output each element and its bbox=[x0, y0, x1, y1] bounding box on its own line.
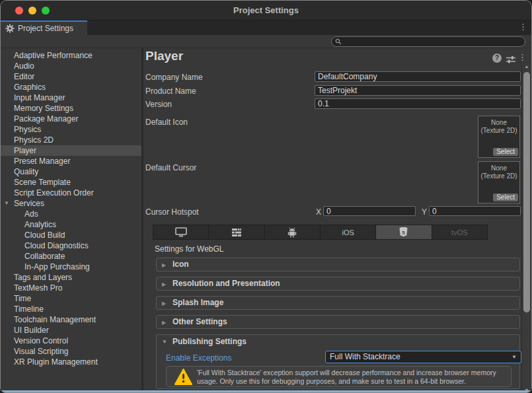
sidebar-item-memory-settings[interactable]: Memory Settings bbox=[1, 103, 141, 114]
sidebar-item-toolchain-management[interactable]: Toolchain Management bbox=[1, 314, 141, 325]
sidebar-item-visual-scripting[interactable]: Visual Scripting bbox=[1, 346, 141, 357]
enable-exceptions-label: Enable Exceptions bbox=[166, 353, 231, 363]
sidebar-item-time[interactable]: Time bbox=[1, 293, 141, 304]
sidebar-item-analytics[interactable]: Analytics bbox=[1, 219, 141, 230]
server-icon bbox=[231, 228, 242, 237]
tab-label: Project Settings bbox=[18, 24, 73, 33]
settings-for-heading: Settings for WebGL bbox=[155, 244, 224, 254]
platform-tabbar: iOS 5 tvOS bbox=[153, 225, 488, 240]
version-field[interactable] bbox=[315, 98, 521, 109]
project-settings-window: Project Settings Project Settings bbox=[0, 0, 532, 393]
panel-kebab-icon[interactable]: ⋮ bbox=[518, 52, 527, 62]
section-splash-image[interactable]: ▶ Splash Image bbox=[156, 296, 520, 310]
sidebar-item-ads[interactable]: Ads bbox=[1, 209, 141, 219]
platform-tab-webgl[interactable]: 5 bbox=[376, 225, 432, 239]
platform-tab-tvos[interactable]: tvOS bbox=[432, 225, 487, 239]
chevron-down-icon: ▼ bbox=[4, 198, 9, 209]
chevron-right-icon: ▶ bbox=[162, 259, 166, 271]
sidebar-item-textmesh-pro[interactable]: TextMesh Pro bbox=[1, 283, 141, 293]
search-icon bbox=[335, 38, 342, 45]
cursor-hotspot-label: Cursor Hotspot bbox=[145, 207, 199, 217]
hotspot-y-label: Y bbox=[422, 207, 427, 217]
product-name-label: Product Name bbox=[145, 87, 196, 96]
sidebar-item-adaptive-performance[interactable]: Adaptive Performance bbox=[1, 50, 141, 61]
sidebar-item-timeline[interactable]: Timeline bbox=[1, 304, 141, 314]
platform-tab-android[interactable] bbox=[265, 225, 321, 239]
publishing-settings-header[interactable]: ▼ Publishing Settings bbox=[157, 335, 519, 349]
platform-tab-ios[interactable]: iOS bbox=[321, 225, 376, 239]
page-title: Player bbox=[145, 49, 183, 63]
sidebar-item-script-execution-order[interactable]: Script Execution Order bbox=[1, 188, 141, 198]
svg-text:5: 5 bbox=[402, 230, 406, 236]
editor-tabbar: Project Settings ⋮ bbox=[1, 20, 531, 35]
sidebar-item-cloud-diagnostics[interactable]: Cloud Diagnostics bbox=[1, 240, 141, 251]
sidebar-item-editor[interactable]: Editor bbox=[1, 71, 141, 82]
product-name-field[interactable] bbox=[315, 85, 521, 96]
sidebar-item-collaborate[interactable]: Collaborate bbox=[1, 251, 141, 262]
scrollbar-thumb[interactable] bbox=[523, 72, 530, 312]
sidebar-item-audio[interactable]: Audio bbox=[1, 61, 141, 71]
sidebar-item-physics[interactable]: Physics bbox=[1, 124, 141, 135]
tab-project-settings[interactable]: Project Settings bbox=[1, 20, 87, 35]
default-icon-slot[interactable]: None(Texture 2D) Select bbox=[478, 116, 520, 158]
html5-icon: 5 bbox=[399, 227, 408, 237]
preset-icon[interactable] bbox=[506, 54, 515, 66]
warning-text: 'Full With Stacktrace' exception support… bbox=[197, 369, 506, 386]
version-label: Version bbox=[145, 100, 172, 109]
enable-exceptions-dropdown[interactable]: Full With Stacktrace ▼ bbox=[325, 351, 521, 363]
sidebar-item-ui-builder[interactable]: UI Builder bbox=[1, 325, 141, 336]
sidebar-item-input-manager[interactable]: Input Manager bbox=[1, 92, 141, 103]
hotspot-x-field[interactable] bbox=[323, 206, 416, 216]
exception-warning-box: 'Full With Stacktrace' exception support… bbox=[166, 366, 512, 387]
sidebar-item-quality[interactable]: Quality bbox=[1, 166, 141, 177]
chevron-right-icon: ▶ bbox=[162, 278, 166, 291]
content-scrollbar[interactable]: ▲ ▼ bbox=[521, 63, 531, 393]
default-icon-select-button[interactable]: Select bbox=[493, 148, 518, 156]
scroll-up-icon[interactable]: ▲ bbox=[522, 64, 531, 69]
gear-icon bbox=[5, 24, 15, 33]
search-input[interactable] bbox=[344, 38, 525, 46]
sidebar-item-version-control[interactable]: Version Control bbox=[1, 336, 141, 346]
section-publishing-settings: ▼ Publishing Settings Enable Exceptions … bbox=[156, 334, 520, 389]
sidebar-item-scene-template[interactable]: Scene Template bbox=[1, 177, 141, 188]
sidebar-item-package-manager[interactable]: Package Manager bbox=[1, 114, 141, 124]
default-cursor-slot[interactable]: None(Texture 2D) Select bbox=[478, 161, 520, 203]
chevron-right-icon: ▶ bbox=[162, 297, 166, 310]
default-icon-label: Default Icon bbox=[145, 118, 188, 127]
monitor-icon bbox=[175, 227, 187, 237]
sidebar-item-preset-manager[interactable]: Preset Manager bbox=[1, 156, 141, 166]
window-title: Project Settings bbox=[1, 5, 531, 15]
sidebar-item-in-app-purchasing[interactable]: In-App Purchasing bbox=[1, 262, 141, 272]
warning-icon bbox=[174, 369, 192, 385]
android-icon bbox=[287, 227, 297, 238]
help-icon[interactable]: ? bbox=[492, 54, 502, 63]
toolbar bbox=[1, 35, 531, 48]
main-body: Adaptive Performance Audio Editor Graphi… bbox=[1, 48, 531, 393]
dropdown-caret-icon: ▼ bbox=[512, 351, 517, 363]
chevron-down-icon: ▼ bbox=[162, 336, 167, 349]
settings-sidebar: Adaptive Performance Audio Editor Graphi… bbox=[1, 48, 141, 393]
company-name-label: Company Name bbox=[145, 73, 203, 82]
sidebar-item-graphics[interactable]: Graphics bbox=[1, 82, 141, 92]
sidebar-item-xr-plugin-management[interactable]: XR Plugin Management bbox=[1, 357, 141, 367]
section-other-settings[interactable]: ▶ Other Settings bbox=[156, 315, 520, 329]
sidebar-item-tags-and-layers[interactable]: Tags and Layers bbox=[1, 272, 141, 283]
platform-tab-standalone[interactable] bbox=[153, 225, 209, 239]
chevron-right-icon: ▶ bbox=[162, 316, 166, 329]
search-box[interactable] bbox=[331, 36, 525, 47]
tabbar-kebab-icon[interactable]: ⋮ bbox=[519, 22, 527, 32]
section-icon[interactable]: ▶ Icon bbox=[156, 258, 520, 271]
hotspot-y-field[interactable] bbox=[429, 206, 521, 216]
sidebar-item-cloud-build[interactable]: Cloud Build bbox=[1, 230, 141, 240]
section-resolution-and-presentation[interactable]: ▶ Resolution and Presentation bbox=[156, 277, 520, 291]
titlebar: Project Settings bbox=[1, 1, 531, 20]
sidebar-item-player[interactable]: Player bbox=[1, 145, 141, 156]
default-cursor-label: Default Cursor bbox=[145, 163, 196, 172]
company-name-field[interactable] bbox=[315, 71, 521, 82]
player-settings-panel: Player ? ⋮ Company Name Product Name Ver… bbox=[143, 48, 521, 393]
default-cursor-select-button[interactable]: Select bbox=[493, 194, 518, 201]
hotspot-x-label: X bbox=[316, 207, 321, 217]
sidebar-item-services[interactable]: ▼Services bbox=[1, 198, 141, 209]
sidebar-item-physics-2d[interactable]: Physics 2D bbox=[1, 135, 141, 145]
platform-tab-dedicated-server[interactable] bbox=[209, 225, 264, 239]
